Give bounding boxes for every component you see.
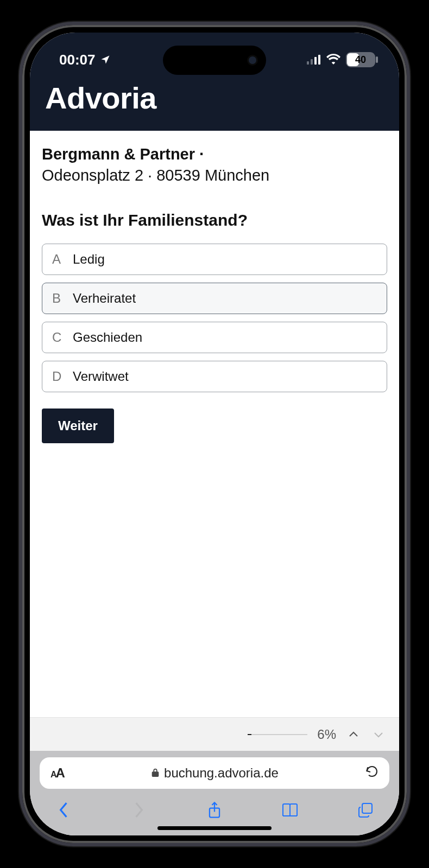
option-c[interactable]: C Geschieden xyxy=(42,322,387,353)
browser-chrome: AA buchung.advoria.de xyxy=(30,751,399,835)
bookmarks-button[interactable] xyxy=(279,799,301,821)
progress-strip: 6% xyxy=(30,717,399,751)
svg-rect-1 xyxy=(311,59,313,65)
firm-address: Odeonsplatz 2 · 80539 München xyxy=(42,167,269,184)
option-letter: D xyxy=(52,369,64,384)
options-list: A Ledig B Verheiratet C Geschieden D Ver… xyxy=(42,244,387,392)
location-icon xyxy=(100,54,111,65)
svg-rect-3 xyxy=(318,55,320,65)
progress-percent: 6% xyxy=(317,727,336,742)
firm-name: Bergmann & Partner xyxy=(42,145,195,163)
reload-button[interactable] xyxy=(365,765,378,781)
url-domain: buchung.advoria.de xyxy=(164,765,279,781)
dynamic-island xyxy=(163,46,266,75)
screen: 00:07 xyxy=(30,33,399,835)
home-indicator[interactable] xyxy=(157,826,272,830)
option-letter: B xyxy=(52,291,64,306)
continue-button[interactable]: Weiter xyxy=(42,409,114,443)
text-size-button[interactable]: AA xyxy=(51,765,64,781)
firm-separator: · xyxy=(199,145,204,163)
app-title: Advoria xyxy=(30,76,399,131)
battery-indicator: 40 xyxy=(346,52,375,67)
option-letter: A xyxy=(52,252,64,267)
tabs-button[interactable] xyxy=(355,799,376,821)
option-label: Ledig xyxy=(73,252,105,267)
svg-rect-7 xyxy=(362,803,372,813)
forward-button[interactable] xyxy=(128,799,150,821)
form-content: Bergmann & Partner · Odeonsplatz 2 · 805… xyxy=(30,131,399,717)
option-label: Geschieden xyxy=(73,330,142,345)
svg-rect-0 xyxy=(307,61,309,65)
prev-question-button[interactable] xyxy=(346,727,361,742)
question-heading: Was ist Ihr Familienstand? xyxy=(42,211,387,229)
option-d[interactable]: D Verwitwet xyxy=(42,361,387,392)
back-button[interactable] xyxy=(53,799,74,821)
status-time: 00:07 xyxy=(59,52,96,68)
firm-info: Bergmann & Partner · Odeonsplatz 2 · 805… xyxy=(42,144,387,186)
cellular-icon xyxy=(307,52,321,68)
option-b[interactable]: B Verheiratet xyxy=(42,283,387,314)
battery-percent: 40 xyxy=(355,54,366,66)
option-a[interactable]: A Ledig xyxy=(42,244,387,275)
lock-icon xyxy=(151,765,160,781)
svg-rect-2 xyxy=(314,57,317,65)
option-letter: C xyxy=(52,330,64,345)
next-question-button[interactable] xyxy=(371,727,386,742)
share-button[interactable] xyxy=(204,799,225,821)
phone-frame: 00:07 xyxy=(19,22,410,846)
progress-bar xyxy=(248,734,307,735)
wifi-icon xyxy=(326,52,340,68)
option-label: Verheiratet xyxy=(73,291,136,306)
option-label: Verwitwet xyxy=(73,369,129,384)
url-bar[interactable]: AA buchung.advoria.de xyxy=(40,757,389,789)
